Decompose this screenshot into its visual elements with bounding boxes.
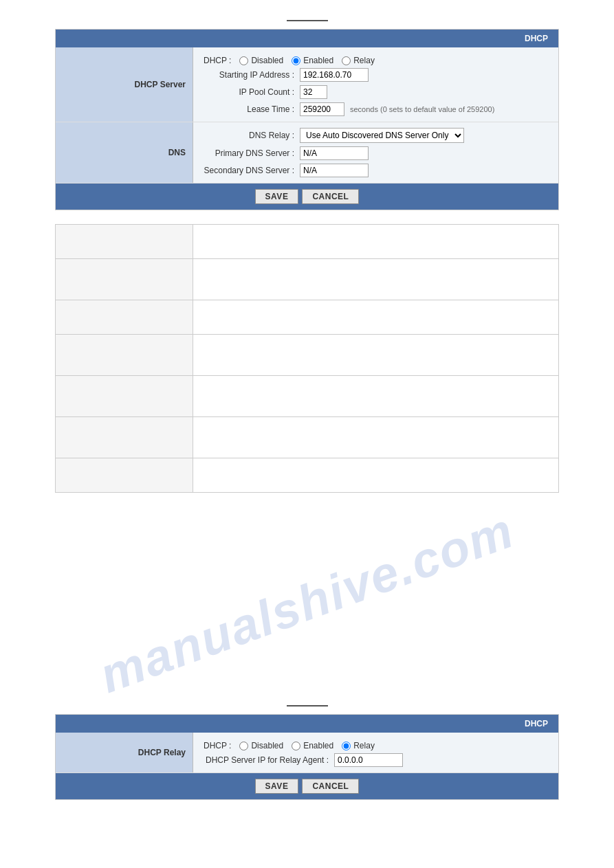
bottom-cancel-button[interactable]: CANCEL [302,779,359,794]
dhcp-relay-label: DHCP Relay [56,733,193,772]
dhcp-top-panel: DHCP DHCP Server DHCP : Disabled Enabled [55,29,559,210]
dhcp-server-content: DHCP : Disabled Enabled Relay [193,47,558,122]
dhcp-field-label: DHCP : [204,56,231,65]
secondary-dns-row: Secondary DNS Server : [204,164,548,177]
dhcp-relay-option[interactable]: Relay [342,56,375,65]
table-cell-right [193,259,559,300]
dhcp-bottom-enabled-radio[interactable] [292,742,300,750]
dhcp-relay-label: Relay [353,56,375,65]
dhcp-relay-row: DHCP Relay DHCP : Disabled Enabled [56,733,558,773]
starting-ip-label: Starting IP Address : [204,70,300,80]
top-save-button[interactable]: SAVE [255,189,299,204]
secondary-dns-label: Secondary DNS Server : [204,166,300,175]
table-cell-right [193,335,559,376]
dhcp-bottom-disabled-label: Disabled [251,741,283,750]
dhcp-header: DHCP [56,30,558,47]
table-cell-left [56,458,193,493]
primary-dns-input[interactable] [300,146,369,160]
dhcp-radio-group: DHCP : Disabled Enabled Relay [204,53,548,68]
dhcp-enabled-radio[interactable] [292,56,300,65]
reference-table [55,224,559,493]
table-cell-right [193,417,559,458]
relay-server-ip-input[interactable] [334,753,403,767]
dhcp-bottom-header: DHCP [56,715,558,733]
table-row [56,335,559,376]
dhcp-bottom-enabled-label: Enabled [303,741,333,750]
dns-relay-label: DNS Relay : [204,131,300,140]
dhcp-disabled-option[interactable]: Disabled [239,56,283,65]
dns-content: DNS Relay : Use Auto Discovered DNS Serv… [193,122,558,183]
table-row [56,259,559,300]
table-cell-right [193,225,559,259]
table-cell-left [56,417,193,458]
table-cell-right [193,376,559,417]
starting-ip-row: Starting IP Address : [204,68,548,82]
dhcp-bottom-field-label: DHCP : [204,741,231,750]
dns-label: DNS [56,122,193,183]
bottom-save-button[interactable]: SAVE [255,779,299,794]
dhcp-disabled-radio[interactable] [239,56,248,65]
watermark-section: manualshive.com [55,507,559,699]
table-cell-right [193,458,559,493]
dhcp-bottom-relay-radio[interactable] [342,742,351,750]
dhcp-bottom-panel: DHCP DHCP Relay DHCP : Disabled Enabled [55,714,559,800]
table-cell-left [56,300,193,335]
table-row [56,376,559,417]
relay-server-ip-label: DHCP Server IP for Relay Agent : [204,755,334,765]
ip-pool-input[interactable] [300,85,327,99]
primary-dns-label: Primary DNS Server : [204,148,300,158]
dhcp-relay-content: DHCP : Disabled Enabled Relay [193,733,558,772]
dhcp-bottom-relay-option[interactable]: Relay [342,741,375,750]
relay-server-ip-row: DHCP Server IP for Relay Agent : [204,753,548,767]
dhcp-bottom-relay-label: Relay [353,741,375,750]
dhcp-enabled-option[interactable]: Enabled [292,56,333,65]
table-row [56,417,559,458]
data-table [55,224,559,493]
dhcp-enabled-label: Enabled [303,56,333,65]
primary-dns-row: Primary DNS Server : [204,146,548,160]
starting-ip-input[interactable] [300,68,369,82]
dhcp-bottom-radio-group: DHCP : Disabled Enabled Relay [204,738,548,753]
dns-relay-select[interactable]: Use Auto Discovered DNS Server Only Use … [300,128,464,143]
dhcp-bottom-disabled-option[interactable]: Disabled [239,741,283,750]
dhcp-server-label: DHCP Server [56,47,193,122]
secondary-dns-input[interactable] [300,164,369,177]
top-cancel-button[interactable]: CANCEL [302,189,359,204]
dhcp-server-row: DHCP Server DHCP : Disabled Enabled [56,47,558,122]
ip-pool-row: IP Pool Count : [204,85,548,99]
table-cell-left [56,376,193,417]
bottom-panel-footer: SAVE CANCEL [56,773,558,799]
lease-time-row: Lease Time : seconds (0 sets to default … [204,102,548,116]
dns-row: DNS DNS Relay : Use Auto Discovered DNS … [56,122,558,183]
dhcp-relay-radio[interactable] [342,56,351,65]
top-panel-footer: SAVE CANCEL [56,183,558,210]
table-cell-right [193,300,559,335]
table-cell-left [56,259,193,300]
lease-time-label: Lease Time : [204,104,300,114]
dns-relay-row: DNS Relay : Use Auto Discovered DNS Serv… [204,128,548,143]
table-cell-left [56,335,193,376]
dhcp-disabled-label: Disabled [251,56,283,65]
dhcp-bottom-disabled-radio[interactable] [239,742,248,750]
ip-pool-label: IP Pool Count : [204,87,300,97]
dhcp-bottom-enabled-option[interactable]: Enabled [292,741,333,750]
table-cell-left [56,225,193,259]
table-row [56,458,559,493]
lease-time-input[interactable] [300,102,344,116]
table-row [56,225,559,259]
table-row [56,300,559,335]
lease-time-note: seconds (0 sets to default value of 2592… [350,105,494,113]
watermark-text: manualshive.com [92,507,521,699]
